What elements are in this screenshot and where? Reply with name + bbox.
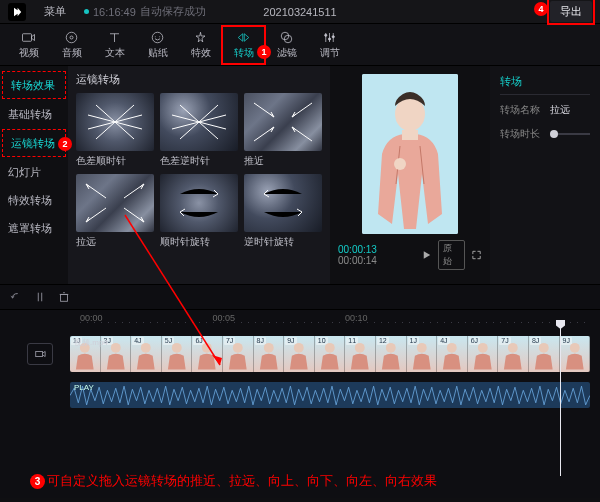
- transition-item[interactable]: 顺时针旋转: [160, 174, 238, 249]
- clip-frame: 12: [376, 336, 407, 372]
- prop-label: 转场名称: [500, 103, 544, 117]
- props-tab[interactable]: 转场: [500, 74, 590, 95]
- track-header[interactable]: [10, 343, 70, 365]
- ruler-tick: 00:05: [213, 313, 236, 323]
- transition-item[interactable]: 色差顺时针: [76, 93, 154, 168]
- transition-item[interactable]: 推近: [244, 93, 322, 168]
- video-track: 视频.mp4 1J 3J 4J 5J 6J 7J 8J 9J 10 11 12 …: [10, 334, 590, 374]
- transition-item[interactable]: 色差逆时针: [160, 93, 238, 168]
- ruler-tick: 00:00: [80, 313, 103, 323]
- tool-effect[interactable]: 特效: [179, 26, 222, 64]
- preview-controls: 00:00:13 00:00:14 原始: [330, 234, 490, 276]
- svg-point-37: [508, 343, 518, 353]
- svg-point-34: [416, 343, 426, 353]
- transition-label: 色差逆时针: [160, 154, 238, 168]
- svg-point-26: [172, 343, 182, 353]
- tool-audio[interactable]: 音频: [50, 26, 93, 64]
- svg-point-3: [152, 32, 163, 43]
- undo-icon[interactable]: [10, 291, 22, 303]
- audio-clip[interactable]: PLAY: [70, 382, 590, 408]
- svg-point-31: [325, 343, 335, 353]
- play-icon[interactable]: [421, 249, 432, 261]
- svg-point-1: [66, 32, 77, 43]
- svg-point-35: [447, 343, 457, 353]
- video-clip[interactable]: 视频.mp4 1J 3J 4J 5J 6J 7J 8J 9J 10 11 12 …: [70, 336, 590, 372]
- tool-sticker[interactable]: 贴纸: [136, 26, 179, 64]
- svg-point-39: [569, 343, 579, 353]
- split-icon[interactable]: [34, 291, 46, 303]
- tool-transition[interactable]: 转场 1: [222, 26, 265, 64]
- main-area: 转场效果 基础转场 运镜转场 2 幻灯片 特效转场 遮罩转场 运镜转场 色差顺时…: [0, 66, 600, 284]
- tool-label: 转场: [234, 46, 254, 60]
- export-label: 导出: [560, 5, 582, 17]
- svg-point-33: [386, 343, 396, 353]
- svg-point-8: [332, 35, 334, 37]
- fullscreen-icon[interactable]: [471, 249, 482, 261]
- properties-panel: 转场 转场名称 拉远 转场时长: [490, 66, 600, 284]
- toolbar: 视频 音频 文本 贴纸 特效 转场 1 滤镜 调节: [0, 24, 600, 66]
- transition-item[interactable]: 拉远: [76, 174, 154, 249]
- timeline-ruler[interactable]: 00:00 00:05 00:10: [0, 310, 600, 326]
- duration-slider[interactable]: [550, 133, 590, 135]
- svg-point-25: [141, 343, 151, 353]
- playhead[interactable]: [560, 326, 561, 476]
- sidebar-label: 特效转场: [8, 193, 52, 208]
- sidebar-label: 运镜转场: [11, 136, 55, 151]
- menu-button[interactable]: 菜单: [34, 1, 76, 22]
- annotation-caption: 3 可自定义拖入运镜转场的推近、拉远、向上、向下、向左、向右效果: [30, 472, 437, 490]
- svg-point-6: [325, 34, 327, 36]
- svg-rect-22: [36, 351, 43, 356]
- tool-text[interactable]: 文本: [93, 26, 136, 64]
- clip-frame: 9J: [284, 336, 315, 372]
- clip-name: 视频.mp4: [74, 337, 108, 348]
- svg-point-38: [539, 343, 549, 353]
- sidebar-label: 基础转场: [8, 107, 52, 122]
- sidebar-item-fx[interactable]: 转场效果: [2, 71, 66, 99]
- tool-filter[interactable]: 滤镜: [265, 26, 308, 64]
- export-button[interactable]: 导出 4: [550, 1, 592, 22]
- sidebar-item-mask[interactable]: 遮罩转场: [0, 214, 68, 242]
- timecode: 00:00:13 00:00:14: [338, 244, 415, 266]
- clip-frame: 8J: [254, 336, 285, 372]
- svg-point-32: [355, 343, 365, 353]
- tool-label: 调节: [320, 46, 340, 60]
- transition-label: 顺时针旋转: [160, 235, 238, 249]
- marker-2: 2: [58, 137, 72, 151]
- sidebar-item-slide[interactable]: 幻灯片: [0, 158, 68, 186]
- tool-video[interactable]: 视频: [7, 26, 50, 64]
- tool-adjust[interactable]: 调节: [308, 26, 351, 64]
- prop-duration: 转场时长: [500, 127, 590, 141]
- sidebar-label: 幻灯片: [8, 165, 41, 180]
- transition-item[interactable]: 逆时针旋转: [244, 174, 322, 249]
- preview-frame: [362, 74, 458, 234]
- sidebar-item-sfx[interactable]: 特效转场: [0, 186, 68, 214]
- svg-point-29: [263, 343, 273, 353]
- clip-frame: 11: [345, 336, 376, 372]
- caption-text: 可自定义拖入运镜转场的推近、拉远、向上、向下、向左、向右效果: [47, 472, 437, 490]
- marker-4: 4: [534, 2, 548, 16]
- svg-point-28: [233, 343, 243, 353]
- transition-label: 色差顺时针: [76, 154, 154, 168]
- prop-name: 转场名称 拉远: [500, 103, 590, 117]
- svg-point-36: [478, 343, 488, 353]
- ruler-tick: 00:10: [345, 313, 368, 323]
- svg-rect-19: [402, 130, 418, 140]
- original-button[interactable]: 原始: [438, 240, 465, 270]
- transition-label: 推近: [244, 154, 322, 168]
- sidebar-item-base[interactable]: 基础转场: [0, 100, 68, 128]
- clip-frame: 4J: [131, 336, 162, 372]
- clip-frame: 7J: [498, 336, 529, 372]
- tool-label: 特效: [191, 46, 211, 60]
- preview-panel: 00:00:13 00:00:14 原始: [330, 66, 490, 284]
- marker-3: 3: [30, 474, 45, 489]
- transition-label: 拉远: [76, 235, 154, 249]
- sidebar-item-camera[interactable]: 运镜转场 2: [2, 129, 66, 157]
- clip-frame: 10: [315, 336, 346, 372]
- clip-frame: 9J: [560, 336, 591, 372]
- svg-rect-0: [23, 33, 32, 41]
- clip-frame: 8J: [529, 336, 560, 372]
- delete-icon[interactable]: [58, 291, 70, 303]
- timeline-tracks: 视频.mp4 1J 3J 4J 5J 6J 7J 8J 9J 10 11 12 …: [0, 326, 600, 498]
- autosave-time: 16:16:49: [93, 6, 136, 18]
- svg-point-27: [202, 343, 212, 353]
